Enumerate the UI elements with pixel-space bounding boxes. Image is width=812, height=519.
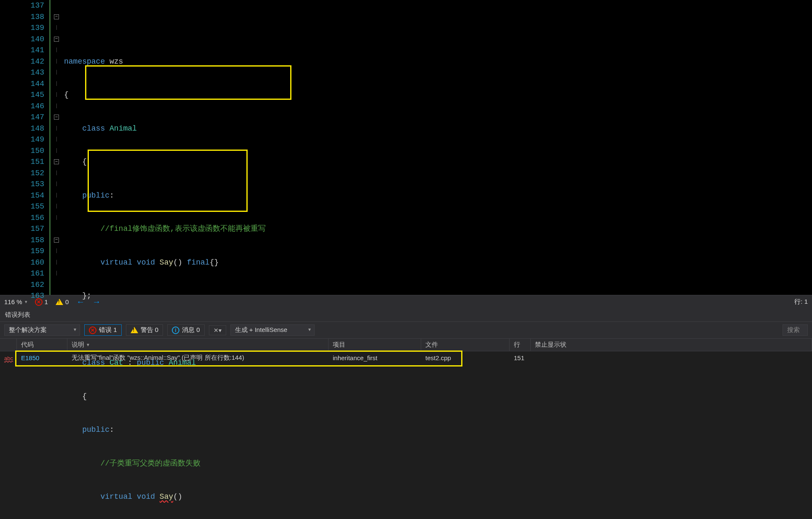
- code-area[interactable]: namespace wzs { class Animal { public: /…: [62, 0, 812, 295]
- error-line: 151: [510, 354, 531, 361]
- build-source-dropdown[interactable]: 生成 + IntelliSense: [230, 324, 315, 336]
- header-code[interactable]: 代码: [17, 339, 67, 351]
- error-file: test2.cpp: [421, 354, 510, 361]
- fold-toggle[interactable]: −: [54, 159, 59, 164]
- warning-icon: [131, 327, 138, 333]
- error-code: E1850: [17, 354, 67, 361]
- error-description: 无法重写"final"函数 "wzs::Animal::Say" (已声明 所在…: [67, 354, 329, 362]
- fold-toggle[interactable]: −: [54, 37, 59, 42]
- fold-toggle[interactable]: −: [54, 238, 59, 243]
- line-number-gutter: 137 138 139 140 141 142 143 144 145 146 …: [0, 0, 51, 295]
- code-editor[interactable]: 137 138 139 140 141 142 143 144 145 146 …: [0, 0, 812, 295]
- error-row[interactable]: abc E1850 无法重写"final"函数 "wzs::Animal::Sa…: [0, 351, 812, 364]
- scope-dropdown[interactable]: 整个解决方案: [4, 324, 80, 336]
- warning-icon: [56, 299, 63, 305]
- fold-toggle[interactable]: −: [54, 14, 59, 19]
- intellisense-error-icon: abc: [4, 355, 13, 361]
- fold-toggle[interactable]: −: [54, 115, 59, 120]
- error-project: inheritance_first: [329, 354, 421, 361]
- fold-column[interactable]: − │ − │ │ │ │ │ │ − │ │ │ − │ │ │ │ │ − …: [51, 0, 62, 295]
